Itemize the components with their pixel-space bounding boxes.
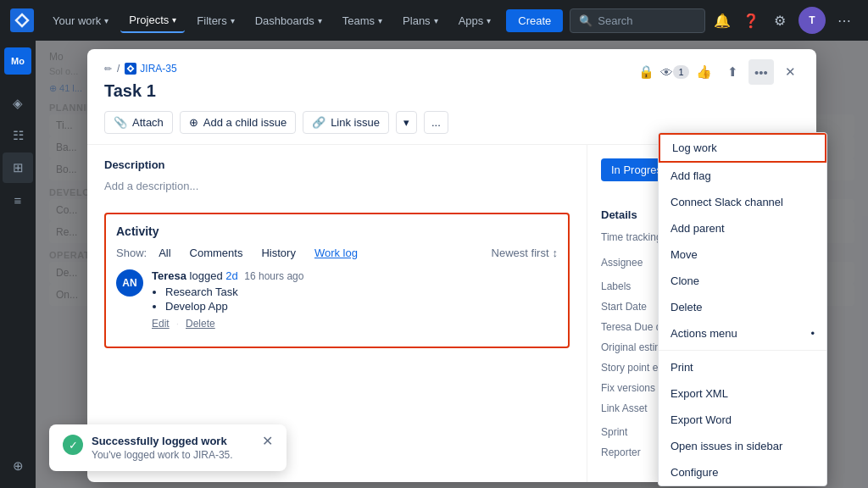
activity-filters: Show: All Comments History Work log Newe… bbox=[116, 245, 558, 261]
sidebar-icon-2[interactable]: ☷ bbox=[3, 120, 33, 151]
sidebar-icon-1[interactable]: ◈ bbox=[3, 88, 33, 119]
log-entry: AN Teresa logged 2d 16 hours ago bbox=[116, 269, 558, 330]
dropdown-delete[interactable]: Delete bbox=[659, 294, 826, 320]
log-meta: Teresa logged 2d 16 hours ago bbox=[152, 269, 558, 282]
log-item-1: Research Task bbox=[165, 286, 558, 298]
help-icon[interactable]: ❓ bbox=[737, 7, 765, 34]
filter-comments[interactable]: Comments bbox=[183, 245, 250, 261]
toast-title: Successfully logged work bbox=[92, 435, 253, 447]
log-content: Teresa logged 2d 16 hours ago Research T… bbox=[152, 269, 558, 330]
activity-section: Activity Show: All Comments History Work… bbox=[104, 213, 570, 348]
caret-icon: ▾ bbox=[378, 16, 382, 25]
share-icon[interactable]: ⬆ bbox=[720, 59, 745, 85]
caret-icon: ▾ bbox=[104, 16, 108, 25]
dropdown-log-work[interactable]: Log work bbox=[659, 133, 826, 163]
dropdown-add-parent[interactable]: Add parent bbox=[659, 215, 826, 241]
caret-icon: ▾ bbox=[318, 16, 322, 25]
nav-your-work[interactable]: Your work ▾ bbox=[44, 9, 117, 32]
caret-icon: ▾ bbox=[172, 15, 176, 25]
topnav: Your work ▾ Projects ▾ Filters ▾ Dashboa… bbox=[0, 0, 868, 41]
create-button[interactable]: Create bbox=[506, 9, 563, 32]
sidebar-icon-5[interactable]: ⊕ bbox=[3, 451, 33, 481]
nav-plans[interactable]: Plans ▾ bbox=[394, 9, 447, 32]
actions-dropdown-button[interactable]: ▾ bbox=[396, 111, 417, 134]
notification-icon[interactable]: 🔔 bbox=[709, 7, 736, 34]
grid-icon[interactable]: ⋯ bbox=[831, 7, 858, 34]
dropdown-export-word[interactable]: Export Word bbox=[659, 407, 826, 433]
breadcrumb-link[interactable]: JIRA-35 bbox=[125, 63, 176, 75]
dropdown-connect-slack[interactable]: Connect Slack channel bbox=[659, 189, 826, 215]
sort-button[interactable]: Newest first ↕ bbox=[492, 247, 558, 259]
nav-apps[interactable]: Apps ▾ bbox=[450, 9, 500, 32]
dropdown-open-sidebar[interactable]: Open issues in sidebar bbox=[659, 433, 826, 459]
nav-dashboards[interactable]: Dashboards ▾ bbox=[247, 9, 331, 32]
log-avatar: AN bbox=[116, 269, 143, 297]
content-area: Mo Sol o... ⊕ 41 l... PLANNING Ti... Ba.… bbox=[36, 41, 868, 488]
nav-teams[interactable]: Teams ▾ bbox=[334, 9, 391, 32]
modal-actions: 📎 Attach ⊕ Add a child issue 🔗 Link issu… bbox=[104, 111, 799, 134]
dropdown-actions-menu[interactable]: Actions menu • bbox=[659, 320, 826, 347]
main-layout: Mo ◈ ☷ ⊞ ≡ ⊕ Mo Sol o... ⊕ 41 l... PLANN… bbox=[0, 41, 868, 488]
more-actions-button[interactable]: ... bbox=[424, 111, 448, 134]
search-bar[interactable]: 🔍 Search bbox=[570, 8, 705, 33]
log-work-label: Log work bbox=[672, 141, 717, 154]
dropdown-print[interactable]: Print bbox=[659, 354, 826, 380]
nav-filters[interactable]: Filters ▾ bbox=[188, 9, 242, 32]
filter-worklog[interactable]: Work log bbox=[308, 245, 364, 261]
dropdown-clone[interactable]: Clone bbox=[659, 268, 826, 294]
caret-icon: ▾ bbox=[434, 16, 438, 25]
jira-logo[interactable] bbox=[10, 8, 34, 32]
add-child-button[interactable]: ⊕ Add a child issue bbox=[180, 111, 296, 134]
success-toast: ✓ Successfully logged work You've logged… bbox=[49, 424, 287, 471]
edit-icon[interactable]: ✏ bbox=[104, 64, 112, 75]
toast-content: Successfully logged work You've logged w… bbox=[92, 435, 253, 461]
link-icon: 🔗 bbox=[312, 116, 326, 129]
sidebar-project-icon[interactable]: Mo bbox=[4, 47, 31, 75]
sidebar-icon-3[interactable]: ⊞ bbox=[3, 152, 33, 183]
caret-icon: ▾ bbox=[487, 16, 491, 25]
filter-history[interactable]: History bbox=[254, 245, 302, 261]
topnav-icons: 🔔 ❓ ⚙ T ⋯ bbox=[709, 7, 858, 34]
left-sidebar: Mo ◈ ☷ ⊞ ≡ ⊕ bbox=[0, 41, 36, 488]
like-icon[interactable]: 👍 bbox=[691, 59, 716, 85]
description-field[interactable]: Add a description... bbox=[104, 176, 570, 196]
child-icon: ⊕ bbox=[189, 116, 198, 129]
log-actions: Edit · Delete bbox=[152, 318, 558, 330]
description-label: Description bbox=[104, 158, 570, 171]
filter-all[interactable]: All bbox=[152, 245, 177, 261]
success-icon: ✓ bbox=[63, 435, 83, 455]
delete-log-button[interactable]: Delete bbox=[186, 318, 215, 330]
user-avatar[interactable]: T bbox=[798, 7, 826, 34]
toast-body: You've logged work to JIRA-35. bbox=[92, 449, 253, 461]
sort-icon: ↕ bbox=[553, 247, 559, 259]
dropdown-add-flag[interactable]: Add flag bbox=[659, 163, 826, 189]
dropdown-configure[interactable]: Configure bbox=[659, 459, 826, 485]
settings-icon[interactable]: ⚙ bbox=[766, 7, 793, 34]
activity-header: Activity bbox=[116, 225, 558, 238]
toast-close-button[interactable]: ✕ bbox=[262, 435, 273, 448]
attach-button[interactable]: 📎 Attach bbox=[104, 111, 173, 134]
caret-icon: ▾ bbox=[231, 16, 235, 25]
edit-log-button[interactable]: Edit bbox=[152, 318, 170, 330]
watch-icon[interactable]: 👁 1 bbox=[662, 59, 687, 85]
nav-projects[interactable]: Projects ▾ bbox=[120, 8, 185, 33]
lock-icon[interactable]: 🔒 bbox=[633, 59, 659, 85]
link-issue-button[interactable]: 🔗 Link issue bbox=[303, 111, 389, 134]
dropdown-export-xml[interactable]: Export XML bbox=[659, 380, 826, 407]
log-item-2: Develop App bbox=[165, 300, 558, 313]
more-options-icon[interactable]: ••• bbox=[748, 59, 774, 85]
dropdown-move[interactable]: Move bbox=[659, 241, 826, 268]
modal-overlay[interactable]: 🔒 👁 1 👍 ⬆ ••• ✕ ✏ / bbox=[36, 41, 868, 488]
close-icon[interactable]: ✕ bbox=[777, 59, 803, 85]
modal-header-icons: 🔒 👁 1 👍 ⬆ ••• ✕ bbox=[633, 59, 803, 85]
breadcrumb-separator: / bbox=[117, 63, 120, 75]
actions-dropdown: Log work Add flag Connect Slack channel … bbox=[658, 132, 827, 486]
eye-icon: 👁 bbox=[660, 65, 673, 80]
dropdown-divider bbox=[659, 350, 826, 351]
search-icon: 🔍 bbox=[579, 14, 593, 27]
paperclip-icon: 📎 bbox=[114, 116, 127, 129]
sidebar-icon-4[interactable]: ≡ bbox=[3, 185, 33, 215]
log-items: Research Task Develop App bbox=[152, 286, 558, 313]
